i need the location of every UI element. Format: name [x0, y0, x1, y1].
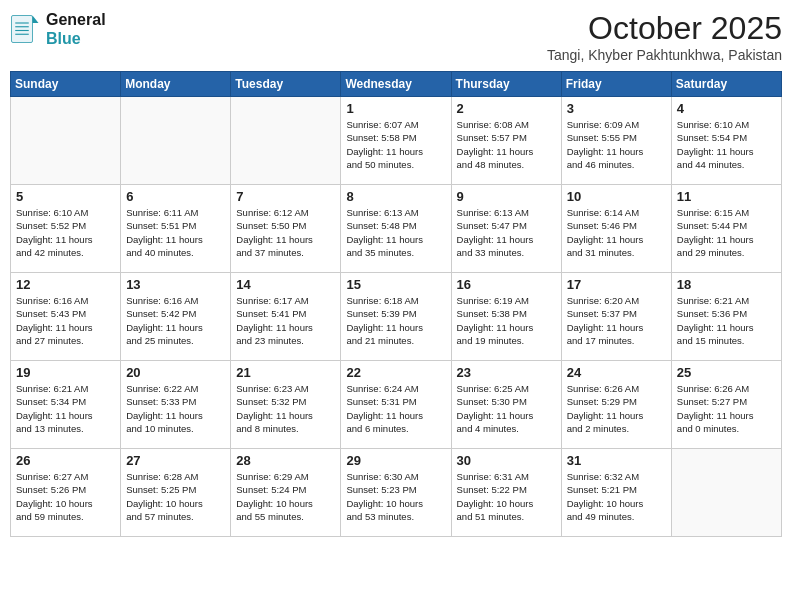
day-info: Sunrise: 6:16 AM Sunset: 5:43 PM Dayligh… [16, 294, 116, 347]
day-cell: 15Sunrise: 6:18 AM Sunset: 5:39 PM Dayli… [341, 273, 451, 361]
logo: General Blue [10, 10, 106, 48]
day-cell: 14Sunrise: 6:17 AM Sunset: 5:41 PM Dayli… [231, 273, 341, 361]
day-number: 2 [457, 101, 557, 116]
day-info: Sunrise: 6:13 AM Sunset: 5:47 PM Dayligh… [457, 206, 557, 259]
day-number: 12 [16, 277, 116, 292]
day-number: 23 [457, 365, 557, 380]
day-number: 3 [567, 101, 667, 116]
day-number: 9 [457, 189, 557, 204]
day-info: Sunrise: 6:31 AM Sunset: 5:22 PM Dayligh… [457, 470, 557, 523]
logo-blue: Blue [46, 29, 106, 48]
day-cell: 10Sunrise: 6:14 AM Sunset: 5:46 PM Dayli… [561, 185, 671, 273]
day-cell: 4Sunrise: 6:10 AM Sunset: 5:54 PM Daylig… [671, 97, 781, 185]
weekday-header-sunday: Sunday [11, 72, 121, 97]
week-row-1: 1Sunrise: 6:07 AM Sunset: 5:58 PM Daylig… [11, 97, 782, 185]
day-cell: 23Sunrise: 6:25 AM Sunset: 5:30 PM Dayli… [451, 361, 561, 449]
day-number: 14 [236, 277, 336, 292]
day-number: 15 [346, 277, 446, 292]
day-cell: 19Sunrise: 6:21 AM Sunset: 5:34 PM Dayli… [11, 361, 121, 449]
day-cell: 9Sunrise: 6:13 AM Sunset: 5:47 PM Daylig… [451, 185, 561, 273]
day-cell: 16Sunrise: 6:19 AM Sunset: 5:38 PM Dayli… [451, 273, 561, 361]
day-info: Sunrise: 6:32 AM Sunset: 5:21 PM Dayligh… [567, 470, 667, 523]
day-cell: 20Sunrise: 6:22 AM Sunset: 5:33 PM Dayli… [121, 361, 231, 449]
day-info: Sunrise: 6:08 AM Sunset: 5:57 PM Dayligh… [457, 118, 557, 171]
day-cell: 6Sunrise: 6:11 AM Sunset: 5:51 PM Daylig… [121, 185, 231, 273]
day-info: Sunrise: 6:26 AM Sunset: 5:27 PM Dayligh… [677, 382, 777, 435]
weekday-header-wednesday: Wednesday [341, 72, 451, 97]
day-number: 27 [126, 453, 226, 468]
day-cell: 7Sunrise: 6:12 AM Sunset: 5:50 PM Daylig… [231, 185, 341, 273]
day-cell: 11Sunrise: 6:15 AM Sunset: 5:44 PM Dayli… [671, 185, 781, 273]
day-cell: 27Sunrise: 6:28 AM Sunset: 5:25 PM Dayli… [121, 449, 231, 537]
day-number: 17 [567, 277, 667, 292]
weekday-header-monday: Monday [121, 72, 231, 97]
day-info: Sunrise: 6:21 AM Sunset: 5:34 PM Dayligh… [16, 382, 116, 435]
day-number: 16 [457, 277, 557, 292]
weekday-header-saturday: Saturday [671, 72, 781, 97]
day-info: Sunrise: 6:21 AM Sunset: 5:36 PM Dayligh… [677, 294, 777, 347]
day-number: 13 [126, 277, 226, 292]
day-info: Sunrise: 6:13 AM Sunset: 5:48 PM Dayligh… [346, 206, 446, 259]
title-block: October 2025 Tangi, Khyber Pakhtunkhwa, … [547, 10, 782, 63]
day-cell: 1Sunrise: 6:07 AM Sunset: 5:58 PM Daylig… [341, 97, 451, 185]
day-number: 11 [677, 189, 777, 204]
day-info: Sunrise: 6:16 AM Sunset: 5:42 PM Dayligh… [126, 294, 226, 347]
day-info: Sunrise: 6:14 AM Sunset: 5:46 PM Dayligh… [567, 206, 667, 259]
day-info: Sunrise: 6:10 AM Sunset: 5:52 PM Dayligh… [16, 206, 116, 259]
day-number: 24 [567, 365, 667, 380]
day-number: 28 [236, 453, 336, 468]
day-cell: 28Sunrise: 6:29 AM Sunset: 5:24 PM Dayli… [231, 449, 341, 537]
day-cell: 18Sunrise: 6:21 AM Sunset: 5:36 PM Dayli… [671, 273, 781, 361]
day-number: 31 [567, 453, 667, 468]
logo-text: General [46, 10, 106, 29]
day-info: Sunrise: 6:22 AM Sunset: 5:33 PM Dayligh… [126, 382, 226, 435]
day-cell: 24Sunrise: 6:26 AM Sunset: 5:29 PM Dayli… [561, 361, 671, 449]
day-cell: 26Sunrise: 6:27 AM Sunset: 5:26 PM Dayli… [11, 449, 121, 537]
day-number: 1 [346, 101, 446, 116]
day-info: Sunrise: 6:28 AM Sunset: 5:25 PM Dayligh… [126, 470, 226, 523]
day-number: 20 [126, 365, 226, 380]
day-cell: 17Sunrise: 6:20 AM Sunset: 5:37 PM Dayli… [561, 273, 671, 361]
day-number: 22 [346, 365, 446, 380]
week-row-5: 26Sunrise: 6:27 AM Sunset: 5:26 PM Dayli… [11, 449, 782, 537]
day-cell [121, 97, 231, 185]
svg-marker-1 [33, 16, 39, 24]
day-cell: 22Sunrise: 6:24 AM Sunset: 5:31 PM Dayli… [341, 361, 451, 449]
day-info: Sunrise: 6:29 AM Sunset: 5:24 PM Dayligh… [236, 470, 336, 523]
page-header: General Blue October 2025 Tangi, Khyber … [10, 10, 782, 63]
day-number: 7 [236, 189, 336, 204]
logo-icon [10, 14, 40, 44]
day-info: Sunrise: 6:15 AM Sunset: 5:44 PM Dayligh… [677, 206, 777, 259]
month-title: October 2025 [547, 10, 782, 47]
day-number: 25 [677, 365, 777, 380]
day-number: 4 [677, 101, 777, 116]
day-number: 21 [236, 365, 336, 380]
day-number: 18 [677, 277, 777, 292]
day-info: Sunrise: 6:19 AM Sunset: 5:38 PM Dayligh… [457, 294, 557, 347]
day-number: 19 [16, 365, 116, 380]
day-info: Sunrise: 6:07 AM Sunset: 5:58 PM Dayligh… [346, 118, 446, 171]
day-number: 30 [457, 453, 557, 468]
day-cell: 3Sunrise: 6:09 AM Sunset: 5:55 PM Daylig… [561, 97, 671, 185]
day-info: Sunrise: 6:30 AM Sunset: 5:23 PM Dayligh… [346, 470, 446, 523]
day-cell [11, 97, 121, 185]
day-cell: 31Sunrise: 6:32 AM Sunset: 5:21 PM Dayli… [561, 449, 671, 537]
day-number: 10 [567, 189, 667, 204]
day-info: Sunrise: 6:11 AM Sunset: 5:51 PM Dayligh… [126, 206, 226, 259]
day-number: 29 [346, 453, 446, 468]
day-cell [671, 449, 781, 537]
day-cell: 5Sunrise: 6:10 AM Sunset: 5:52 PM Daylig… [11, 185, 121, 273]
day-cell [231, 97, 341, 185]
day-cell: 12Sunrise: 6:16 AM Sunset: 5:43 PM Dayli… [11, 273, 121, 361]
day-cell: 29Sunrise: 6:30 AM Sunset: 5:23 PM Dayli… [341, 449, 451, 537]
day-info: Sunrise: 6:24 AM Sunset: 5:31 PM Dayligh… [346, 382, 446, 435]
day-cell: 8Sunrise: 6:13 AM Sunset: 5:48 PM Daylig… [341, 185, 451, 273]
svg-rect-0 [12, 16, 33, 43]
week-row-3: 12Sunrise: 6:16 AM Sunset: 5:43 PM Dayli… [11, 273, 782, 361]
day-number: 26 [16, 453, 116, 468]
day-info: Sunrise: 6:12 AM Sunset: 5:50 PM Dayligh… [236, 206, 336, 259]
weekday-header-row: SundayMondayTuesdayWednesdayThursdayFrid… [11, 72, 782, 97]
day-number: 8 [346, 189, 446, 204]
day-cell: 13Sunrise: 6:16 AM Sunset: 5:42 PM Dayli… [121, 273, 231, 361]
calendar: SundayMondayTuesdayWednesdayThursdayFrid… [10, 71, 782, 537]
